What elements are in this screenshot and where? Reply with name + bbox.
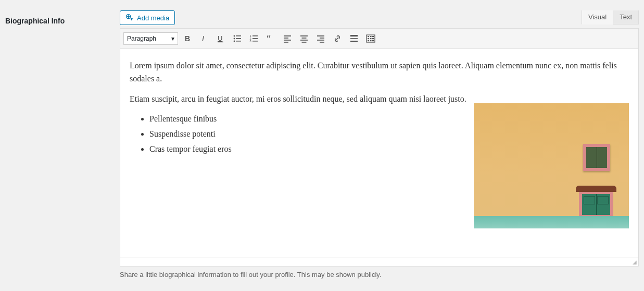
editor-tabs: Visual Text [582, 10, 639, 25]
svg-rect-30 [350, 35, 358, 37]
tab-visual[interactable]: Visual [582, 10, 613, 25]
svg-rect-22 [300, 35, 308, 37]
svg-rect-12 [252, 35, 258, 37]
svg-point-7 [234, 38, 235, 40]
svg-rect-8 [236, 38, 241, 39]
svg-rect-14 [252, 38, 258, 39]
format-select[interactable]: Paragraph ▾ [123, 32, 178, 45]
svg-rect-6 [236, 35, 241, 37]
svg-rect-23 [302, 38, 307, 39]
numbered-list-button[interactable]: 123 [247, 31, 261, 46]
svg-rect-36 [372, 36, 374, 37]
tab-text[interactable]: Text [613, 10, 639, 25]
list-item: Pellentesque finibus [149, 113, 466, 126]
bold-button[interactable]: B [180, 31, 195, 46]
svg-rect-16 [252, 41, 258, 42]
chevron-down-icon: ▾ [171, 35, 174, 42]
svg-rect-25 [302, 42, 307, 43]
svg-point-9 [234, 41, 235, 42]
svg-rect-21 [284, 42, 288, 43]
read-more-button[interactable] [347, 31, 361, 46]
link-button[interactable] [330, 31, 345, 46]
format-selected: Paragraph [127, 35, 156, 42]
svg-rect-31 [350, 38, 358, 39]
svg-rect-26 [317, 35, 324, 37]
toolbar: Paragraph ▾ B I U 123 [120, 29, 638, 49]
blockquote-button[interactable]: “ [263, 31, 278, 46]
svg-rect-20 [284, 40, 291, 41]
field-label: Biographical Info [5, 10, 120, 278]
svg-rect-19 [284, 38, 288, 39]
svg-text:3: 3 [250, 40, 251, 43]
underline-button[interactable]: U [213, 31, 228, 46]
content-paragraph-2: Etiam suscipit, arcu in feugiat auctor, … [130, 93, 466, 106]
svg-rect-38 [370, 38, 372, 39]
content-image[interactable] [474, 103, 629, 228]
svg-text:U: U [218, 34, 222, 42]
field-description: Share a little biographical information … [120, 271, 639, 278]
svg-rect-37 [368, 38, 369, 39]
svg-rect-39 [372, 38, 374, 39]
list-item: Cras tempor feugiat eros [149, 143, 466, 156]
svg-text:B: B [185, 34, 190, 43]
toolbar-toggle-button[interactable] [363, 31, 378, 46]
align-left-button[interactable] [280, 31, 295, 46]
editor-content-area[interactable]: Lorem ipsum dolor sit amet, consectetur … [120, 49, 638, 258]
svg-rect-41 [370, 40, 372, 41]
add-media-button[interactable]: Add media [120, 10, 175, 25]
bullet-list-button[interactable] [230, 31, 245, 46]
editor-container: Paragraph ▾ B I U 123 [120, 28, 639, 266]
svg-rect-35 [370, 36, 372, 37]
svg-rect-42 [372, 40, 374, 41]
svg-rect-28 [317, 40, 324, 41]
svg-rect-40 [368, 40, 369, 41]
align-right-button[interactable] [313, 31, 328, 46]
svg-rect-32 [350, 41, 358, 42]
svg-text:“: “ [267, 33, 271, 44]
svg-rect-18 [284, 35, 291, 37]
svg-rect-27 [320, 38, 324, 39]
svg-point-5 [234, 35, 235, 37]
resize-grip[interactable]: ◢ [120, 258, 638, 266]
svg-rect-10 [236, 41, 241, 42]
align-center-button[interactable] [297, 31, 311, 46]
svg-rect-34 [368, 36, 369, 37]
svg-rect-24 [300, 40, 308, 41]
media-icon [125, 14, 134, 22]
list-item: Suspendisse potenti [149, 128, 466, 141]
svg-rect-29 [320, 42, 324, 43]
content-bullet-list: Pellentesque finibus Suspendisse potenti… [149, 113, 466, 155]
svg-text:I: I [202, 34, 204, 43]
content-paragraph-1: Lorem ipsum dolor sit amet, consectetur … [130, 59, 629, 86]
italic-button[interactable]: I [197, 31, 211, 46]
add-media-label: Add media [137, 14, 169, 22]
